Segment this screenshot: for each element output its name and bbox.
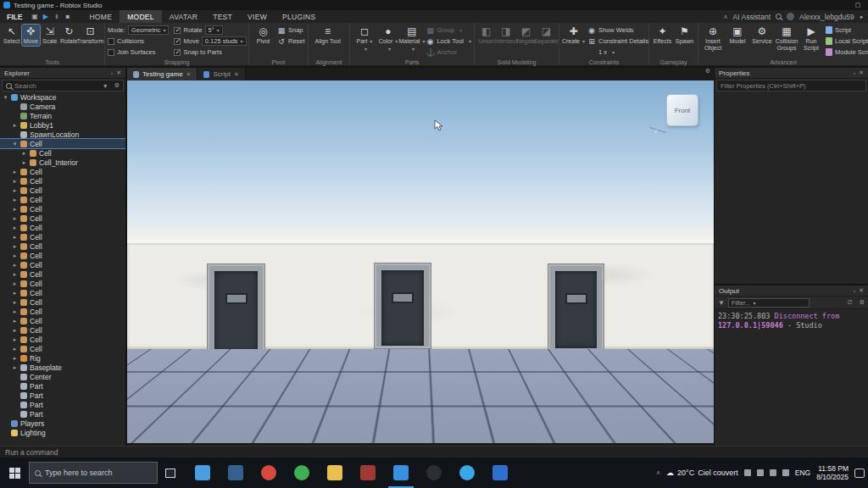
- expander-icon[interactable]: ▾: [3, 94, 8, 101]
- notification-center-icon[interactable]: [854, 469, 865, 478]
- create-constraint-button[interactable]: ✚ Create: [562, 25, 585, 47]
- tree-item[interactable]: ▸ Cell: [0, 344, 125, 353]
- solid-modeling-button[interactable]: ◨ Intersect: [496, 25, 515, 46]
- tree-item[interactable]: ▸ Cell: [0, 325, 125, 335]
- options-icon[interactable]: ⚙: [114, 82, 120, 89]
- expander-icon[interactable]: ▸: [12, 290, 18, 297]
- expander-icon[interactable]: ▸: [21, 159, 27, 166]
- expander-icon[interactable]: ▸: [12, 243, 18, 250]
- hidden-icons-chevron[interactable]: ∧: [656, 469, 660, 476]
- tree-item[interactable]: ▸ Cell: [0, 223, 125, 232]
- close-tab-icon[interactable]: ✕: [234, 71, 239, 78]
- tree-item[interactable]: ▸ Cell: [0, 279, 125, 288]
- tree-item[interactable]: ▸ Baseplate: [0, 363, 125, 372]
- rotate-snap-checkbox[interactable]: [174, 27, 181, 34]
- advanced-button[interactable]: ▦ Collision Groups: [775, 25, 798, 52]
- dock-icon[interactable]: ▫: [111, 70, 113, 76]
- expander-icon[interactable]: ▸: [12, 271, 18, 278]
- tree-item[interactable]: ▸ Cell: [0, 214, 125, 223]
- taskbar-app-icon-3[interactable]: [256, 458, 281, 488]
- expander-icon[interactable]: ▸: [12, 299, 18, 306]
- tree-item[interactable]: ▸ Cell_Interior: [0, 158, 125, 167]
- cell-door-3[interactable]: [548, 263, 604, 352]
- part-insert-button[interactable]: ▤ Material: [400, 25, 423, 53]
- part-insert-button[interactable]: ◻ Part: [353, 25, 376, 53]
- ribbon-tab[interactable]: PLUGINS: [275, 10, 323, 23]
- dock-icon[interactable]: ▫: [854, 288, 855, 294]
- script-insert-button[interactable]: Module Script: [826, 47, 868, 58]
- join-surfaces-checkbox[interactable]: [108, 49, 114, 56]
- tree-item[interactable]: ▸ Cell: [0, 335, 125, 344]
- search-icon[interactable]: [776, 14, 782, 19]
- tree-item[interactable]: Lighting: [0, 428, 125, 437]
- document-tab[interactable]: Script ✕: [198, 68, 245, 80]
- expander-icon[interactable]: ▸: [12, 187, 18, 194]
- advanced-button[interactable]: ⊕ Insert Object: [701, 25, 725, 52]
- tree-item[interactable]: ▸ Cell: [0, 241, 125, 251]
- close-panel-icon[interactable]: ✕: [859, 69, 864, 76]
- weather-widget[interactable]: ☁ 20°C Ciel couvert: [666, 469, 738, 477]
- ribbon-tab[interactable]: AVATAR: [162, 10, 205, 23]
- expander-icon[interactable]: ▸: [12, 318, 18, 324]
- tray-icon[interactable]: [782, 469, 789, 476]
- taskbar-app-icon-8[interactable]: [421, 458, 447, 488]
- pause-button[interactable]: ‖: [51, 13, 62, 20]
- clock[interactable]: 11:58 PM 8/10/2025: [816, 464, 849, 481]
- expander-icon[interactable]: ▸: [12, 252, 18, 259]
- parts-option-button[interactable]: ▦ Group: [426, 25, 471, 36]
- expander-icon[interactable]: ▸: [12, 280, 18, 287]
- tree-item[interactable]: Camera: [0, 102, 125, 111]
- expander-icon[interactable]: ▸: [12, 346, 18, 352]
- document-tab[interactable]: Testing game ✕: [127, 68, 198, 80]
- tool-button[interactable]: ↻ Rotate: [60, 25, 79, 46]
- chevron-up-icon[interactable]: ∧: [723, 14, 727, 20]
- tree-item[interactable]: ▸ Cell: [0, 176, 125, 186]
- tree-item[interactable]: ▸ Rig: [0, 353, 125, 363]
- edit-pivot-button[interactable]: ◎ Pivot: [252, 25, 275, 46]
- task-view-button[interactable]: [158, 458, 183, 488]
- tree-item[interactable]: Players: [0, 419, 125, 428]
- snap-to-parts-checkbox[interactable]: [174, 49, 181, 56]
- dock-icon[interactable]: ▫: [854, 70, 855, 76]
- expander-icon[interactable]: ▸: [12, 197, 18, 203]
- play-button[interactable]: ▶: [40, 13, 51, 20]
- explorer-search-input[interactable]: Search ▼ ⚙: [2, 80, 124, 92]
- tree-item[interactable]: ▸ Cell: [0, 297, 125, 307]
- command-bar-input[interactable]: Run a command: [0, 446, 868, 458]
- tree-item[interactable]: ▾ Cell: [0, 139, 125, 148]
- tree-item[interactable]: ▸ Cell: [0, 195, 125, 204]
- start-button[interactable]: [0, 458, 29, 488]
- tree-item[interactable]: ▾ Workspace: [0, 92, 125, 102]
- collisions-checkbox[interactable]: [108, 38, 114, 45]
- avatar[interactable]: [787, 13, 794, 20]
- constraints-option-button[interactable]: 1 x: [587, 47, 648, 58]
- viewport-settings-icon[interactable]: ⚙: [705, 68, 710, 80]
- advanced-button[interactable]: ▶ Run Script: [799, 25, 823, 52]
- output-log[interactable]: 23:30:25.803 Disconnect from 127.0.0.1|5…: [715, 309, 868, 333]
- view-cube[interactable]: Front: [666, 94, 698, 126]
- expander-icon[interactable]: ▸: [12, 178, 18, 185]
- filter-icon[interactable]: ▼: [103, 83, 108, 89]
- roblox-studio-taskbar-icon[interactable]: [388, 458, 414, 488]
- expander-icon[interactable]: ▸: [12, 225, 18, 231]
- ribbon-tab[interactable]: HOME: [81, 10, 120, 23]
- tray-icon[interactable]: [757, 469, 764, 476]
- tree-item[interactable]: ▸ Cell: [0, 251, 125, 260]
- expander-icon[interactable]: ▸: [12, 364, 18, 371]
- expander-icon[interactable]: ▸: [12, 206, 18, 213]
- save-button[interactable]: ▣: [29, 13, 40, 20]
- tree-item[interactable]: SpawnLocation: [0, 130, 125, 139]
- clear-output-icon[interactable]: ∅: [848, 299, 853, 306]
- parts-option-button[interactable]: ⚓ Anchor: [426, 47, 471, 58]
- advanced-button[interactable]: ▣ Model: [726, 25, 749, 46]
- language-indicator[interactable]: ENG: [795, 469, 810, 477]
- taskbar-search-input[interactable]: Type here to search: [29, 462, 158, 484]
- close-tab-icon[interactable]: ✕: [186, 71, 192, 78]
- taskbar-app-icon-2[interactable]: [223, 458, 248, 488]
- tree-item[interactable]: ▸ Cell: [0, 148, 125, 158]
- snap-mode-select[interactable]: Geometric: [128, 25, 170, 35]
- expander-icon[interactable]: ▸: [12, 169, 18, 175]
- close-panel-icon[interactable]: ✕: [859, 287, 864, 294]
- tree-item[interactable]: Part: [0, 381, 125, 391]
- script-insert-button[interactable]: Local Script: [826, 36, 868, 47]
